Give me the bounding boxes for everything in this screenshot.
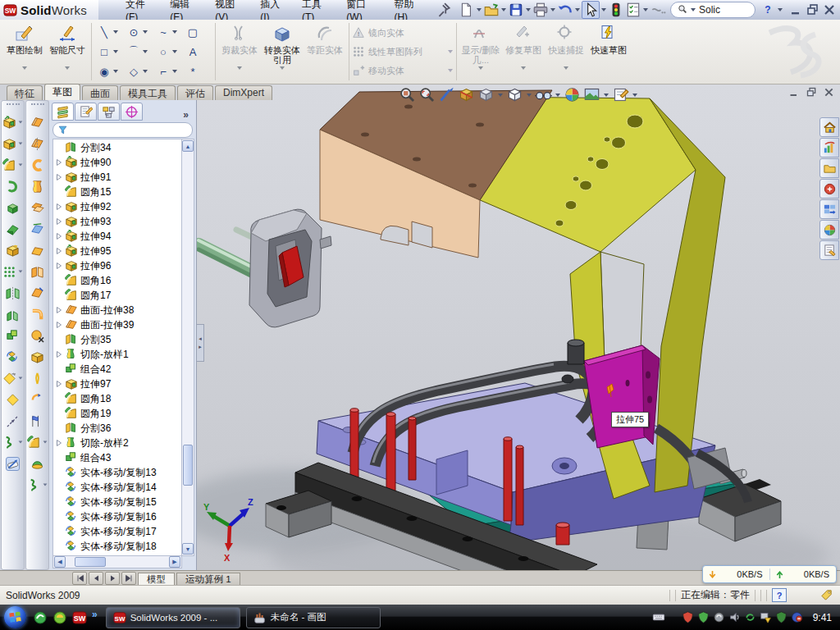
ribbon-item-linear-sketch-pattern[interactable]: 线性草图阵列: [352, 45, 454, 58]
ribbon-button-sketch[interactable]: 草图绘制: [3, 20, 46, 84]
sketch-fillet-tool[interactable]: ⌐: [153, 66, 183, 78]
scroll-left-button[interactable]: ◀: [54, 556, 66, 568]
tab-草图[interactable]: 草图: [44, 84, 80, 100]
revolved-surface-icon[interactable]: [30, 137, 44, 151]
spline-tool[interactable]: ~: [153, 26, 183, 39]
view-settings-icon[interactable]: [612, 86, 629, 103]
first-view-button[interactable]: [72, 572, 87, 585]
tab-评估[interactable]: 评估: [177, 85, 213, 100]
tree-item[interactable]: 拉伸97: [53, 377, 181, 391]
ribbon-button-rapid-sketch[interactable]: 快速草图: [587, 20, 630, 84]
delete-body-icon[interactable]: [2, 372, 16, 386]
graphics-viewport[interactable]: Y Z X 拉伸75 ◂▸: [197, 84, 840, 570]
slot-tool[interactable]: ◉: [94, 66, 124, 78]
arc-tool[interactable]: ⌒: [124, 44, 153, 59]
sync-agent-icon[interactable]: [744, 611, 756, 623]
configuration-manager-tab[interactable]: [98, 103, 120, 121]
expand-arrow-icon[interactable]: [56, 322, 65, 328]
helix-icon[interactable]: [2, 436, 16, 450]
dome-icon[interactable]: [30, 457, 44, 471]
line-tool[interactable]: ╲: [94, 26, 124, 39]
rib-icon[interactable]: [6, 308, 20, 322]
delete-face-icon[interactable]: [30, 329, 44, 343]
extruded-boss-icon[interactable]: [2, 116, 16, 130]
instant3d-icon[interactable]: [6, 457, 20, 471]
update-agent-icon[interactable]: [713, 611, 725, 623]
tree-item[interactable]: 拉伸96: [53, 258, 181, 273]
hole-wizard-icon[interactable]: [6, 244, 20, 258]
print-icon[interactable]: [532, 2, 549, 18]
scroll-right-button[interactable]: ▶: [169, 556, 180, 568]
property-manager-tab[interactable]: [75, 103, 97, 121]
expand-arrow-icon[interactable]: [56, 351, 65, 358]
antivirus-shield-icon[interactable]: [682, 611, 694, 623]
freeform-helix-icon[interactable]: [27, 478, 41, 492]
panel-splitter-handle[interactable]: ◂▸: [197, 324, 204, 362]
expand-arrow-icon[interactable]: [56, 262, 65, 269]
tree-item[interactable]: 分割35: [53, 332, 181, 347]
tree-item[interactable]: 分割36: [53, 421, 181, 436]
replace-face-icon[interactable]: [30, 350, 44, 364]
ribbon-button-trim-entities[interactable]: 剪裁实体: [218, 20, 261, 84]
start-button[interactable]: [4, 606, 26, 628]
hose-stub[interactable]: [568, 340, 584, 364]
extend-surface-icon[interactable]: [30, 286, 44, 300]
offset-surface-icon[interactable]: [30, 201, 44, 215]
tree-item[interactable]: 实体-移动/复制13: [53, 465, 181, 480]
security-shield-icon[interactable]: [697, 611, 710, 623]
dimxpert-manager-tab[interactable]: [121, 103, 143, 121]
rebuild-traffic-light-icon[interactable]: [608, 2, 624, 18]
new-document-icon[interactable]: [459, 2, 475, 18]
tree-item[interactable]: 实体-移动/复制15: [53, 495, 181, 509]
apply-scene-icon[interactable]: [583, 86, 600, 103]
surface-fillet-icon[interactable]: [27, 436, 41, 450]
expand-arrow-icon[interactable]: [56, 233, 65, 240]
expand-arrow-icon[interactable]: [56, 174, 65, 180]
open-icon[interactable]: [483, 2, 500, 18]
draft-icon[interactable]: [6, 393, 20, 407]
ribbon-button-display-delete-relations[interactable]: 显示/删除几...: [459, 20, 502, 84]
tab-特征[interactable]: 特征: [7, 85, 43, 100]
search-input[interactable]: Solic: [699, 4, 720, 16]
volume-icon[interactable]: [728, 611, 741, 623]
tree-item[interactable]: 拉伸91: [53, 170, 181, 185]
tree-item[interactable]: 拉伸90: [53, 155, 181, 170]
view-orientation-icon[interactable]: [477, 86, 495, 103]
text-tool[interactable]: A: [183, 46, 212, 58]
knit-surface-icon[interactable]: [30, 265, 44, 279]
tree-item[interactable]: 圆角19: [53, 406, 181, 421]
input-keyboard-icon[interactable]: [651, 611, 667, 623]
solidworks-launcher-icon[interactable]: SW: [72, 610, 87, 625]
tree-item[interactable]: 实体-移动/复制16: [53, 509, 181, 524]
tree-vertical-scrollbar[interactable]: ▲ ▼: [181, 139, 194, 556]
solidworks-resources-tab[interactable]: [819, 117, 839, 137]
design-library-tab[interactable]: [819, 138, 839, 158]
zoom-fit-icon[interactable]: [399, 86, 416, 103]
appearances-tab[interactable]: [819, 220, 839, 240]
untrim-surface-icon[interactable]: [30, 393, 44, 407]
extruded-cut-icon[interactable]: [2, 137, 16, 151]
tree-item[interactable]: 圆角16: [53, 273, 181, 288]
circle-tool[interactable]: ⊙: [124, 26, 153, 39]
hide-show-items-icon[interactable]: [535, 86, 552, 103]
move-copy-body-icon[interactable]: [6, 350, 20, 364]
mirror-feature-icon[interactable]: [6, 286, 20, 300]
expand-arrow-icon[interactable]: [56, 203, 65, 210]
options-list-icon[interactable]: [625, 2, 641, 18]
tree-horizontal-scrollbar[interactable]: ◀ ▶: [52, 555, 182, 568]
tree-item[interactable]: 实体-移动/复制14: [53, 480, 181, 495]
expand-arrow-icon[interactable]: [56, 248, 65, 254]
expand-arrow-icon[interactable]: [56, 218, 65, 225]
overflow-item-icon[interactable]: [650, 2, 666, 18]
tree-item[interactable]: 切除-放样2: [53, 436, 181, 450]
restore-button[interactable]: [806, 2, 820, 17]
undo-icon[interactable]: [557, 2, 573, 18]
ribbon-button-quick-snaps[interactable]: 快速捕捉: [545, 20, 587, 84]
next-view-button[interactable]: [105, 572, 120, 585]
toolbar-grip[interactable]: [7, 103, 20, 109]
custom-properties-tab[interactable]: [819, 240, 839, 260]
document-restore-button[interactable]: [806, 86, 818, 98]
3d-model-exploded-assembly[interactable]: Y Z X: [197, 84, 840, 570]
toolbar-grip[interactable]: [31, 103, 44, 109]
tree-item[interactable]: 拉伸92: [53, 199, 181, 214]
